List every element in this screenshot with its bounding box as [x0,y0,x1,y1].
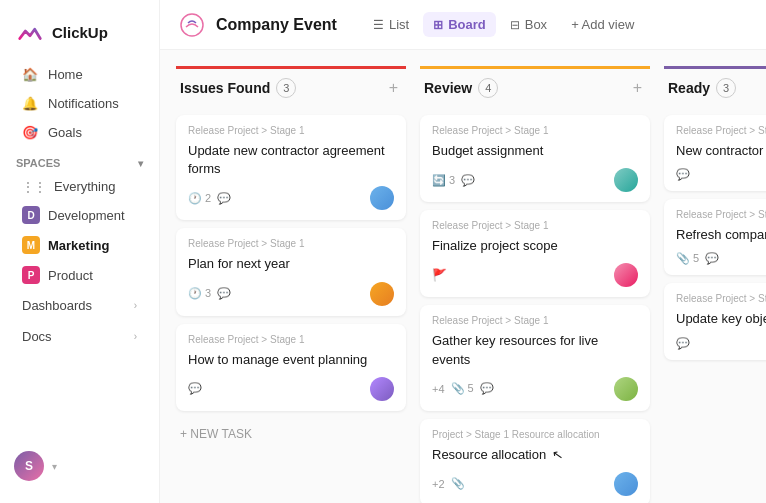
column-count-review: 4 [478,78,498,98]
card-ready-3[interactable]: Release Project > Stage 1 Update key obj… [664,283,766,359]
meta-time: 🕐 2 [188,192,211,205]
card-breadcrumb: Release Project > Stage 1 [188,334,394,345]
card-meta: 💬 [188,382,202,395]
card-breadcrumb: Release Project > Stage 1 [432,220,638,231]
sidebar-item-home[interactable]: 🏠 Home [6,60,153,89]
page-title: Company Event [216,16,337,34]
sidebar-item-docs[interactable]: Docs › [6,321,153,352]
development-dot: D [22,206,40,224]
logo-text: ClickUp [52,24,108,41]
flag-icon: 🚩 [432,268,447,282]
product-dot: P [22,266,40,284]
column-add-review[interactable]: + [629,77,646,99]
target-icon: 🎯 [22,125,38,140]
card-ready-1[interactable]: Release Project > Stage 1 New contractor… [664,115,766,191]
meta-comment: 💬 [676,168,690,181]
grid-icon: ⋮⋮ [22,180,46,194]
sidebar-item-notifications[interactable]: 🔔 Notifications [6,89,153,118]
sidebar-item-development[interactable]: D Development [6,200,153,230]
meta-plus2: +2 [432,478,445,490]
card-breadcrumb: Release Project > Stage 1 [676,293,766,304]
sidebar-goals-label: Goals [48,125,82,140]
cursor-icon: ↖ [551,445,565,465]
card-meta: 💬 [676,337,690,350]
meta-comment: 💬 [217,192,231,205]
card-footer: 🚩 [432,263,638,287]
meta-plus4: +4 [432,383,445,395]
card-avatar [614,168,638,192]
card-footer: 💬 [188,377,394,401]
card-title: Resource allocation ↖ [432,446,638,464]
tab-board[interactable]: ⊞ Board [423,12,496,37]
tab-box[interactable]: ⊟ Box [500,12,557,37]
card-title: New contractor agreement [676,142,766,160]
new-task-button[interactable]: + NEW TASK [176,419,406,449]
column-title-issues: Issues Found [180,80,270,96]
meta-comment: 💬 [676,337,690,350]
card-issues-3[interactable]: Release Project > Stage 1 How to manage … [176,324,406,411]
sidebar-item-marketing[interactable]: M Marketing [6,230,153,260]
card-footer: +4 📎 5 💬 [432,377,638,401]
card-ready-2[interactable]: Release Project > Stage 1 Refresh compan… [664,199,766,275]
sidebar-everything-label: Everything [54,179,115,194]
user-profile[interactable]: S ▾ [0,441,159,491]
logo[interactable]: ClickUp [0,12,159,60]
meta-comment: 💬 [217,287,231,300]
card-title: How to manage event planning [188,351,394,369]
card-breadcrumb: Release Project > Stage 1 [188,238,394,249]
card-avatar [614,263,638,287]
avatar: S [14,451,44,481]
card-footer: +2 📎 [432,472,638,496]
sidebar-docs-label: Docs [22,329,52,344]
card-review-3[interactable]: Release Project > Stage 1 Gather key res… [420,305,650,410]
column-title-ready: Ready [668,80,710,96]
card-review-1[interactable]: Release Project > Stage 1 Budget assignm… [420,115,650,202]
card-breadcrumb: Project > Stage 1 Resource allocation [432,429,638,440]
sidebar-item-product[interactable]: P Product [6,260,153,290]
card-meta: 🕐 2 💬 [188,192,231,205]
card-meta: 🕐 3 💬 [188,287,231,300]
column-header-ready: Ready 3 + [664,66,766,107]
card-footer: 🕐 2 💬 [188,186,394,210]
sidebar-item-dashboards[interactable]: Dashboards › [6,290,153,321]
column-title-review: Review [424,80,472,96]
board-icon: ⊞ [433,18,443,32]
board: Issues Found 3 + Release Project > Stage… [160,50,766,503]
chevron-right-icon: › [134,300,137,311]
card-review-4[interactable]: Project > Stage 1 Resource allocation Re… [420,419,650,503]
card-footer: 🔄 3 💬 [432,168,638,192]
card-title: Budget assignment [432,142,638,160]
user-menu-icon: ▾ [52,461,57,472]
sidebar-development-label: Development [48,208,125,223]
meta-comment: 💬 [705,252,719,265]
card-footer: 💬 [676,337,766,350]
meta-comment: 💬 [188,382,202,395]
card-meta: 🚩 [432,268,447,282]
column-count-ready: 3 [716,78,736,98]
sidebar-home-label: Home [48,67,83,82]
meta-attach: 📎 5 [676,252,699,265]
sidebar-item-goals[interactable]: 🎯 Goals [6,118,153,147]
column-header-issues: Issues Found 3 + [176,66,406,107]
add-view-button[interactable]: + Add view [561,12,644,37]
tab-list[interactable]: ☰ List [363,12,419,37]
card-breadcrumb: Release Project > Stage 1 [188,125,394,136]
card-issues-2[interactable]: Release Project > Stage 1 Plan for next … [176,228,406,315]
card-title: Gather key resources for live events [432,332,638,368]
card-avatar [614,377,638,401]
meta-attach: 📎 [451,477,465,490]
bell-icon: 🔔 [22,96,38,111]
card-review-2[interactable]: Release Project > Stage 1 Finalize proje… [420,210,650,297]
meta-time: 🕐 3 [188,287,211,300]
card-issues-1[interactable]: Release Project > Stage 1 Update new con… [176,115,406,220]
card-breadcrumb: Release Project > Stage 1 [676,209,766,220]
sidebar-item-everything[interactable]: ⋮⋮ Everything [6,173,153,200]
card-title: Plan for next year [188,255,394,273]
card-title: Update new contractor agreement forms [188,142,394,178]
sidebar-marketing-label: Marketing [48,238,109,253]
header: Company Event ☰ List ⊞ Board ⊟ Box + Add… [160,0,766,50]
clickup-logo-icon [16,18,44,46]
card-title: Refresh company website [676,226,766,244]
card-title: Finalize project scope [432,237,638,255]
column-add-issues[interactable]: + [385,77,402,99]
